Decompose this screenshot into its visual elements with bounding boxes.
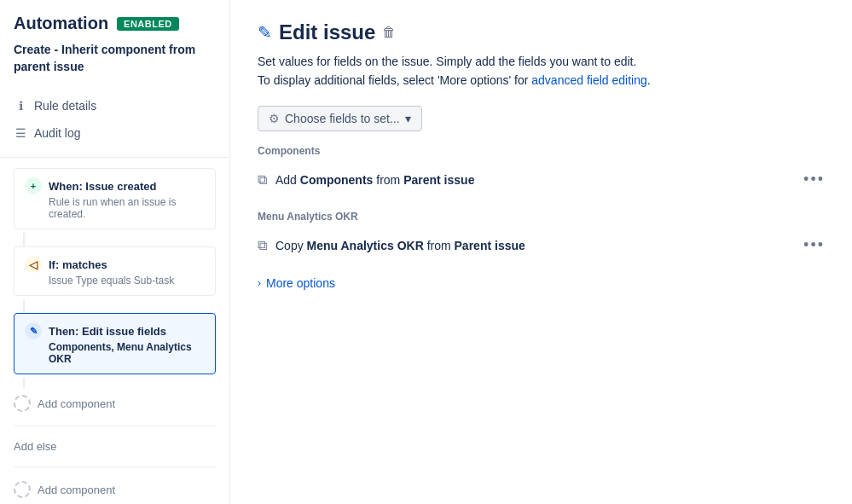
app-title: Automation [14,14,108,33]
when-step-title: When: Issue created [49,180,156,193]
menu-analytics-field-text: Copy Menu Analytics OKR from Parent issu… [275,239,795,252]
gear-icon: ⚙ [269,112,280,125]
then-step-block[interactable]: ✎ Then: Edit issue fields Components, Me… [14,313,216,374]
add-dot-bottom-icon [14,481,31,498]
sidebar-nav: ℹ Rule details ☰ Audit log [0,92,229,147]
then-step: ✎ Then: Edit issue fields Components, Me… [14,313,216,374]
then-step-icon: ✎ [25,322,42,339]
sidebar-item-rule-details-label: Rule details [34,99,96,113]
components-section-label: Components [258,145,825,157]
choose-fields-button[interactable]: ⚙ Choose fields to set... ▾ [258,106,422,131]
edit-issue-title: Edit issue [279,20,375,44]
main-content: ✎ Edit issue 🗑 Set values for fields on … [230,0,852,504]
advanced-field-link[interactable]: advanced field editing [531,73,646,87]
add-component-bottom-button[interactable]: Add component [14,474,216,504]
add-dot-icon [14,395,31,412]
step-connector-3 [23,378,25,388]
when-step-icon: + [25,177,42,194]
more-options-label: More options [266,276,335,290]
dropdown-chevron-icon: ▾ [405,112,411,125]
if-step-icon: ◁ [25,256,42,273]
components-more-button[interactable]: ••• [803,171,825,188]
sidebar-divider-3 [14,466,216,467]
components-section: Components ⧉ Add Components from Parent … [258,145,825,197]
menu-analytics-more-button[interactable]: ••• [803,236,825,254]
choose-fields-label: Choose fields to set... [285,112,400,125]
chevron-right-icon: › [258,277,261,289]
when-step-desc: Rule is run when an issue is created. [49,196,205,220]
if-step-title: If: matches [49,258,107,271]
sidebar-item-audit-log-label: Audit log [34,126,80,140]
if-step-block[interactable]: ◁ If: matches Issue Type equals Sub-task [14,246,216,296]
step-connector [23,233,25,246]
sidebar-item-rule-details[interactable]: ℹ Rule details [0,92,229,119]
sidebar-divider-2 [14,426,216,426]
enabled-badge: ENABLED [117,17,179,31]
add-else-label: Add else [14,440,57,453]
delete-icon[interactable]: 🗑 [382,25,396,40]
edit-pencil-icon: ✎ [258,22,272,43]
sidebar-item-audit-log[interactable]: ☰ Audit log [0,119,229,147]
edit-description-1: Set values for fields on the issue. Simp… [258,55,825,68]
list-icon: ☰ [14,126,27,140]
then-step-title: Then: Edit issue fields [49,325,166,338]
step-connector-2 [23,299,25,313]
copy-icon-menu-analytics: ⧉ [258,238,267,253]
menu-analytics-section-label: Menu Analytics OKR [258,211,825,223]
then-step-fields: Components, Menu Analytics OKR [49,341,205,365]
menu-analytics-section: Menu Analytics OKR ⧉ Copy Menu Analytics… [258,211,825,263]
edit-description-2: To display additional fields, select 'Mo… [258,73,825,87]
when-step: + When: Issue created Rule is run when a… [14,168,216,246]
if-step-desc: Issue Type equals Sub-task [49,275,205,287]
edit-issue-header: ✎ Edit issue 🗑 [258,20,825,44]
more-options-button[interactable]: › More options [258,276,825,290]
when-step-block[interactable]: + When: Issue created Rule is run when a… [14,168,216,229]
info-icon: ℹ [14,99,27,113]
add-component-bottom-label: Add component [38,484,115,496]
add-component-button[interactable]: Add component [14,388,216,419]
components-field-text: Add Components from Parent issue [275,173,795,187]
sidebar-divider [0,157,229,158]
menu-analytics-field-row: ⧉ Copy Menu Analytics OKR from Parent is… [258,228,825,263]
if-step: ◁ If: matches Issue Type equals Sub-task [14,246,216,313]
rule-name: Create - Inherit component from parent i… [14,42,216,75]
components-field-row: ⧉ Add Components from Parent issue ••• [258,162,825,197]
copy-icon-components: ⧉ [258,172,267,188]
automation-steps: + When: Issue created Rule is run when a… [0,168,229,504]
add-component-label: Add component [38,397,115,410]
add-else-item[interactable]: Add else [14,433,216,460]
